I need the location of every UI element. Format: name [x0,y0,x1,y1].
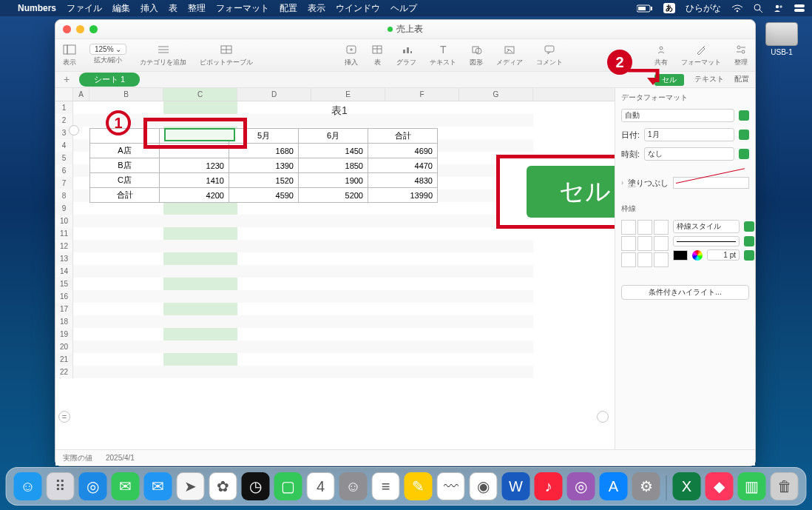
menu-format[interactable]: フォーマット [216,2,269,15]
battery-icon[interactable] [637,4,653,13]
dock-app-safari[interactable]: ◎ [79,472,107,500]
row-header[interactable]: 1 [55,101,73,114]
tb-comment[interactable]: コメント [536,42,563,67]
border-color-swatch[interactable] [673,250,688,261]
row-header[interactable]: 15 [55,278,73,290]
row-header[interactable]: 7 [55,177,73,189]
wifi-icon[interactable] [731,4,743,13]
dock-app-messages[interactable]: ✉ [112,472,140,500]
table-title[interactable]: 表1 [73,104,606,118]
border-line-preview[interactable] [673,236,740,246]
dock-app-photos[interactable]: ✿ [209,472,237,500]
row-header[interactable]: 10 [55,215,73,227]
border-picker[interactable] [621,220,669,267]
border-style-stepper[interactable] [744,221,754,232]
dock-app-settings[interactable]: ⚙ [632,472,660,500]
inspector-tab-text[interactable]: テキスト [694,74,724,86]
row-header[interactable]: 13 [55,252,73,265]
tb-category[interactable]: カテゴリを追加 [140,42,186,67]
date-stepper-icon[interactable] [739,130,749,140]
menu-view[interactable]: 表示 [308,2,325,15]
data-format-select[interactable]: 自動 [621,109,734,122]
row-header[interactable]: 2 [55,114,73,127]
hdr-total[interactable]: 合計 [368,129,438,144]
spotlight-icon[interactable] [754,4,763,13]
conditional-highlight-button[interactable]: 条件付きハイライト... [621,285,749,300]
dock-app-finder[interactable]: ☺ [14,472,42,500]
dock-app-numbers[interactable]: ▥ [738,472,766,500]
row-header[interactable]: 14 [55,265,73,278]
dock-app-contacts[interactable]: ☺ [339,472,368,500]
row-header[interactable]: 8 [55,189,73,202]
menu-file[interactable]: ファイル [67,2,102,15]
tb-insert[interactable]: 挿入 [345,42,358,67]
tb-media[interactable]: メディア [496,42,523,67]
row-header[interactable]: 22 [55,366,73,378]
tb-table[interactable]: 表 [371,42,383,67]
time-stepper-icon[interactable] [739,149,749,159]
tb-format[interactable]: フォーマット [681,42,721,67]
dock-app-excel[interactable]: X [673,472,701,500]
border-width-field[interactable]: 1 pt [707,249,740,261]
dock-app-word[interactable]: W [502,472,530,500]
tb-chart[interactable]: グラフ [396,42,416,67]
row-header[interactable]: 6 [55,164,73,177]
tb-zoom[interactable]: 125% ⌄ 拡大/縮小 [89,44,126,65]
users-icon[interactable] [774,4,784,13]
dock-app-launchpad[interactable]: ⠿ [47,472,75,500]
fill-label[interactable]: 塗りつぶし [628,178,669,189]
menu-help[interactable]: ヘルプ [390,2,417,15]
menu-insert[interactable]: 挿入 [141,2,158,15]
dock-app-podcasts[interactable]: ◎ [567,472,595,500]
dock-app-maps[interactable]: ➤ [177,472,205,500]
menu-table[interactable]: 表 [169,2,177,15]
row-header[interactable]: 21 [55,353,73,366]
menu-edit[interactable]: 編集 [112,2,130,15]
dock-app-mail[interactable]: ✉ [144,472,172,500]
tb-pivot[interactable]: ピボットテーブル [200,42,253,67]
col-A[interactable]: A [73,88,89,101]
ime-badge[interactable]: あ [663,3,675,13]
fill-swatch[interactable] [673,177,749,189]
add-column-handle[interactable] [597,411,609,423]
zoom-value[interactable]: 125% ⌄ [89,44,126,55]
row-header[interactable]: 9 [55,202,73,215]
tb-organize[interactable]: 整理 [734,42,748,67]
border-width-stepper[interactable] [744,250,754,261]
row-header[interactable]: 19 [55,328,73,340]
time-select[interactable]: なし [644,147,734,161]
border-style-select[interactable]: 枠線スタイル [673,220,740,233]
hdr-jun[interactable]: 6月 [299,129,368,144]
row-header[interactable]: 11 [55,227,73,240]
border-line-stepper[interactable] [744,236,754,246]
row-header[interactable]: 16 [55,290,73,303]
tb-view[interactable]: 表示 [63,42,76,67]
spreadsheet-canvas[interactable]: A B C D E F G 12345678910111213141516171… [55,88,615,449]
sheet-tab-1[interactable]: シート 1 [79,73,140,87]
dock-app-facetime[interactable]: ▢ [274,472,302,500]
color-wheel-icon[interactable] [692,250,703,261]
dock-app-music[interactable]: ♪ [535,472,563,500]
row-header[interactable]: 20 [55,340,73,353]
format-stepper-icon[interactable] [739,110,749,121]
dock-app-appstore[interactable]: A [600,472,628,500]
tb-shape[interactable]: 図形 [470,42,483,67]
row-header[interactable]: 5 [55,152,73,164]
menu-arrange[interactable]: 配置 [280,2,297,15]
tb-text[interactable]: T テキスト [430,42,456,67]
dock-app-notes[interactable]: ✎ [405,472,433,500]
col-E[interactable]: E [311,88,385,101]
inspector-tab-arrange[interactable]: 配置 [734,74,749,86]
row-header[interactable]: 17 [55,303,73,315]
dock-app-chrome[interactable]: ◉ [470,472,498,500]
close-window[interactable] [63,25,71,33]
row-header[interactable]: 18 [55,315,73,328]
menu-window[interactable]: ウインドウ [336,2,380,15]
row-header[interactable]: 4 [55,139,73,152]
tb-share[interactable]: 共有 [654,42,668,67]
dock-app-reminders[interactable]: ≡ [372,472,400,500]
dock-app-shortcuts[interactable]: ◆ [706,472,734,500]
app-name[interactable]: Numbers [18,3,56,13]
col-G[interactable]: G [459,88,533,101]
col-B[interactable]: B [89,88,163,101]
